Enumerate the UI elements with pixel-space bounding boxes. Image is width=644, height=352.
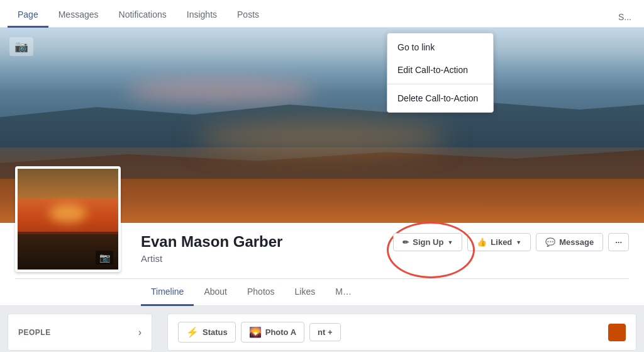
cover-cloud	[126, 78, 314, 103]
status-label: Status	[203, 327, 228, 337]
people-sidebar: PEOPLE ›	[8, 314, 152, 351]
people-arrow-icon[interactable]: ›	[138, 327, 142, 338]
message-label: Message	[559, 237, 594, 247]
tab-insights[interactable]: Insights	[177, 2, 227, 28]
search-area[interactable]: S...	[613, 7, 636, 27]
message-button[interactable]: 💬 Message	[536, 233, 603, 251]
dropdown-delete-cta[interactable]: Delete Call-to-Action	[387, 87, 493, 110]
color-swatch[interactable]	[608, 324, 626, 341]
profile-tab-more[interactable]: M…	[325, 279, 362, 306]
profile-pic-camera-button[interactable]: 📷	[96, 251, 113, 264]
pencil-icon: ✏	[402, 238, 409, 247]
liked-label: Liked	[491, 237, 512, 247]
chevron-down-icon: ▼	[447, 239, 453, 246]
dropdown-edit-cta[interactable]: Edit Call-to-Action	[387, 59, 493, 81]
action-buttons: ✏ Sign Up ▼ 👍 Liked ▼ 💬 Message ···	[393, 233, 629, 251]
event-button[interactable]: nt +	[309, 323, 340, 341]
status-icon: ⚡	[186, 326, 199, 338]
signup-label: Sign Up	[413, 237, 443, 247]
camera-icon: 📷	[14, 40, 28, 54]
dropdown-divider	[387, 84, 493, 84]
pp-glow	[49, 204, 87, 223]
photo-label: Photo A	[265, 327, 296, 337]
dropdown-go-to-link[interactable]: Go to link	[387, 36, 493, 59]
bottom-section: PEOPLE › ⚡ Status 🌄 Photo A nt +	[0, 306, 644, 351]
signup-container: ✏ Sign Up ▼	[393, 233, 462, 251]
tab-page[interactable]: Page	[8, 2, 48, 28]
tab-messages[interactable]: Messages	[48, 2, 109, 28]
profile-tab-timeline[interactable]: Timeline	[141, 279, 194, 306]
profile-tabs: Timeline About Photos Likes M…	[15, 278, 629, 305]
status-area: ⚡ Status 🌄 Photo A nt +	[167, 314, 636, 351]
liked-button[interactable]: 👍 Liked ▼	[467, 233, 531, 251]
message-icon: 💬	[545, 237, 555, 247]
top-navigation: Page Messages Notifications Insights Pos…	[0, 0, 644, 28]
cover-camera-button[interactable]: 📷	[9, 37, 33, 56]
profile-tab-about[interactable]: About	[194, 279, 237, 306]
profile-subtitle: Artist	[141, 253, 629, 264]
camera-icon-small: 📷	[99, 253, 110, 263]
tab-notifications[interactable]: Notifications	[109, 2, 177, 28]
event-label: nt +	[318, 327, 332, 337]
profile-tab-likes[interactable]: Likes	[285, 279, 326, 306]
profile-picture: 📷	[15, 166, 121, 272]
photo-button[interactable]: 🌄 Photo A	[241, 322, 304, 343]
more-button[interactable]: ···	[608, 233, 629, 251]
profile-section: 📷 Evan Mason Garber Artist ✏ Sign Up ▼ 👍…	[0, 223, 644, 306]
dropdown-menu: Go to link Edit Call-to-Action Delete Ca…	[387, 33, 494, 113]
people-label: PEOPLE	[18, 328, 51, 337]
cover-glow	[196, 122, 448, 154]
thumbs-up-icon: 👍	[477, 237, 487, 247]
status-button[interactable]: ⚡ Status	[178, 322, 236, 343]
profile-tab-photos[interactable]: Photos	[237, 279, 285, 306]
signup-button[interactable]: ✏ Sign Up ▼	[393, 233, 462, 251]
photo-icon: 🌄	[249, 326, 262, 338]
chevron-down-icon-liked: ▼	[516, 239, 521, 246]
more-label: ···	[615, 237, 622, 247]
tab-posts[interactable]: Posts	[227, 2, 269, 28]
